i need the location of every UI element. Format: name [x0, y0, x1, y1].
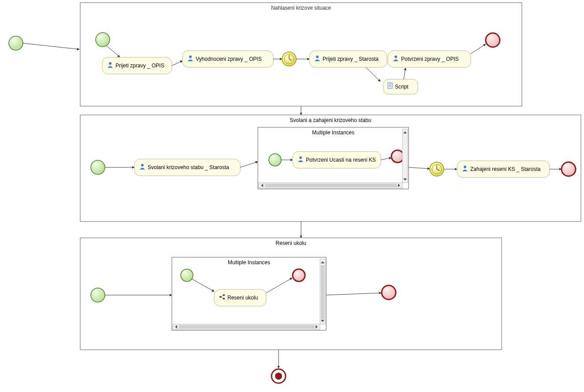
scrollbar-horizontal[interactable] [173, 324, 320, 329]
svg-point-24 [141, 164, 144, 166]
task-prijeti-zpravy-opis[interactable]: Prijeti zpravy _ OPIS [102, 57, 172, 74]
task-label: Potvrzeni zpravy _ OPIS [401, 56, 459, 62]
pool-title: Nahlaseni krizove situace [271, 5, 331, 11]
svg-point-2 [96, 33, 110, 47]
task-label: Svolani krizoveho stabu _ Starosta [148, 164, 229, 170]
svg-point-19 [394, 55, 397, 58]
start-event[interactable] [269, 154, 281, 166]
flow-arrow [23, 43, 79, 49]
script-icon [388, 83, 392, 89]
subprocess-multiple-instances-2[interactable]: Multiple Instances Reseni ukolu [172, 257, 326, 330]
task-label: Zahajeni reseni KS _ Starosta [470, 166, 541, 172]
end-event[interactable] [293, 269, 305, 281]
svg-point-37 [562, 162, 576, 176]
task-potvrzeni-zpravy-opis[interactable]: Potvrzeni zpravy _ OPIS [388, 51, 471, 67]
svg-rect-30 [265, 184, 397, 187]
timer-event[interactable] [282, 52, 296, 66]
task-script[interactable]: Script [383, 79, 418, 94]
subprocess-title: Multiple Instances [312, 129, 354, 136]
subprocess-multiple-instances-1[interactable]: Multiple Instances Potvrzeni Ucasti na r… [258, 127, 409, 189]
subprocess-title: Multiple Instances [228, 259, 270, 266]
end-event[interactable] [486, 33, 500, 47]
svg-point-39 [91, 288, 105, 302]
start-event[interactable] [91, 160, 105, 174]
task-prijeti-zpravy-starosta[interactable]: Prijeti zpravy _ Starosta [309, 51, 387, 67]
scrollbar-horizontal[interactable] [259, 183, 402, 188]
svg-point-4 [109, 62, 112, 65]
task-vyhodnoceni-zpravy-opis[interactable]: Vyhodnoceni zpravy _ OPIS [182, 51, 273, 67]
task-label: Vyhodnoceni zpravy _ OPIS [196, 56, 262, 62]
svg-point-27 [299, 156, 302, 159]
start-event[interactable] [181, 269, 193, 281]
svg-point-36 [464, 166, 466, 168]
task-label: Prijeti zpravy _ Starosta [323, 56, 379, 62]
end-event[interactable] [382, 285, 396, 300]
global-start-event[interactable] [9, 36, 23, 50]
task-label: Prijeti zpravy _ OPIS [115, 63, 164, 69]
end-event[interactable] [391, 150, 404, 163]
task-zahajeni-reseni-ks[interactable]: Zahajeni reseni KS _ Starosta [457, 161, 550, 178]
pool-title: Reseni ukolu [275, 240, 306, 246]
timer-event[interactable] [430, 162, 444, 176]
svg-point-22 [91, 160, 105, 174]
svg-point-53 [275, 373, 282, 380]
svg-rect-50 [179, 325, 315, 329]
svg-rect-48 [321, 265, 324, 319]
start-event[interactable] [91, 288, 105, 302]
svg-point-20 [486, 33, 500, 47]
task-reseni-ukolu[interactable]: Reseni ukolu [214, 289, 266, 306]
task-potvrzeni-ucasti[interactable]: Potvrzeni Ucasti na reseni KS [293, 152, 381, 168]
svg-point-0 [9, 36, 23, 50]
svg-point-12 [316, 55, 319, 58]
start-event[interactable] [96, 33, 110, 47]
pool-title: Svolani a zahajeni krizoveho stabu [290, 117, 372, 123]
task-label: Potvrzeni Ucasti na reseni KS [306, 157, 376, 163]
task-label: Script [395, 84, 409, 90]
svg-point-51 [382, 285, 396, 300]
task-label: Reseni ukolu [227, 295, 258, 301]
task-svolani-krizoveho-stabu[interactable]: Svolani krizoveho stabu _ Starosta [134, 159, 240, 176]
terminate-end-event[interactable] [272, 369, 286, 383]
scrollbar-vertical[interactable] [402, 129, 408, 183]
scrollbar-vertical[interactable] [320, 259, 325, 324]
svg-point-6 [189, 55, 192, 58]
end-event[interactable] [562, 162, 576, 176]
svg-rect-28 [402, 129, 408, 183]
